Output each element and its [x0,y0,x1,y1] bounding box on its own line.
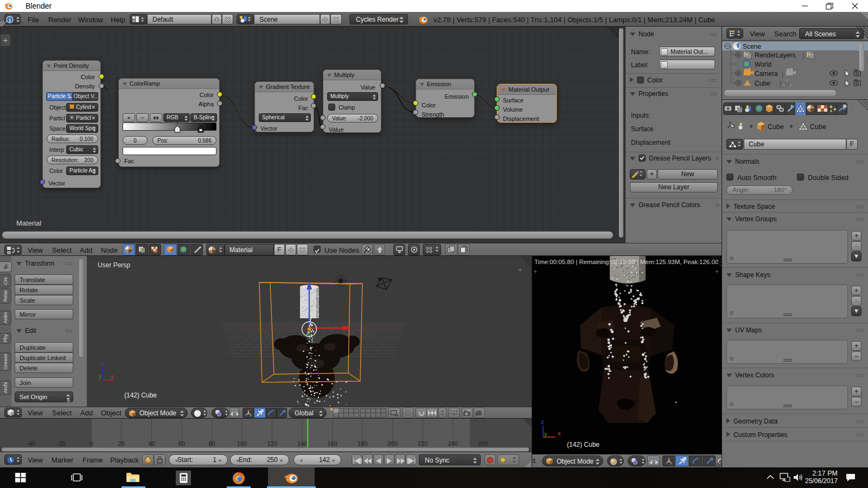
svg-text:-20: -20 [57,440,66,447]
svg-text:|: | [782,70,783,78]
svg-text:+: + [715,268,719,275]
svg-text:60: 60 [178,440,185,447]
svg-text:Camera: Camera [755,70,778,78]
svg-text:+: + [533,268,537,275]
svg-text:-40: -40 [27,440,35,447]
svg-text:y: y [544,431,547,437]
svg-text:20: 20 [118,440,125,447]
svg-text:y: y [99,373,102,380]
svg-text:|: | [802,52,804,59]
svg-text:180: 180 [358,440,367,447]
svg-text:z: z [541,419,544,425]
svg-text:(142) Cube: (142) Cube [567,441,599,448]
svg-text:RenderLayers: RenderLayers [755,52,795,59]
svg-text:i: i [9,17,11,23]
svg-text:+: + [518,266,522,274]
svg-text:140: 140 [297,440,307,447]
svg-text:x: x [111,373,114,380]
svg-text:160: 160 [328,440,337,447]
svg-text:0: 0 [90,440,93,447]
svg-text:100: 100 [237,440,247,447]
svg-text:(142) Cube: (142) Cube [124,391,157,399]
svg-text:x: x [558,430,561,436]
svg-text:40: 40 [148,440,155,447]
svg-text:User Persp: User Persp [98,261,130,269]
svg-text:80: 80 [208,440,215,447]
svg-text:120: 120 [267,440,277,447]
svg-text:Time:00:05.80 | Remaining:00:1: Time:00:05.80 | Remaining:00:19.86 | Mem… [534,259,718,265]
svg-text:240: 240 [448,440,458,447]
svg-text:z: z [101,361,104,367]
svg-text:|: | [780,80,781,87]
svg-text:Scene: Scene [743,43,761,50]
svg-text:260: 260 [478,440,488,447]
svg-text:220: 220 [418,440,427,447]
svg-text:World: World [755,61,771,68]
svg-text:Cube: Cube [755,80,770,87]
svg-text:200: 200 [388,440,398,447]
